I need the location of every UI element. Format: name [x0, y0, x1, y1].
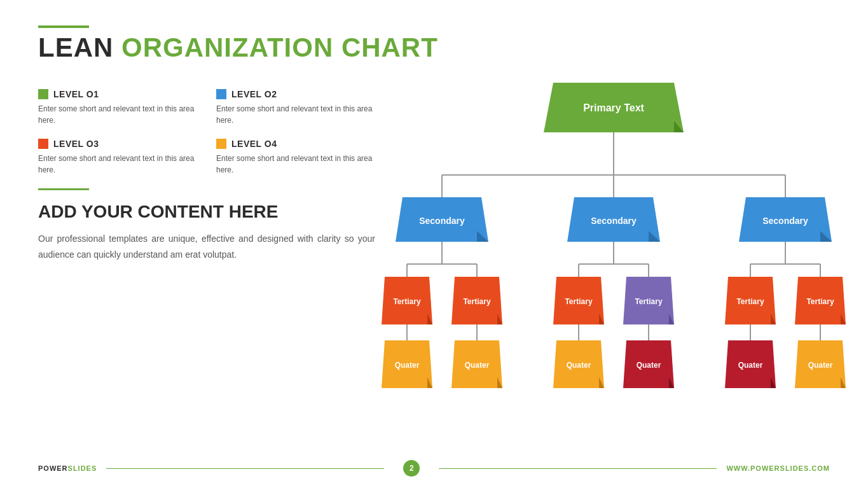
svg-text:Quater: Quater [738, 361, 763, 370]
title-lean: LEAN [38, 32, 113, 62]
legend-title-level02: LEVEL O2 [216, 89, 375, 99]
tertiary-node-4: Tertiary [623, 277, 674, 324]
tertiary-node-1: Tertiary [382, 277, 432, 324]
legend-title-level03: LEVEL O3 [38, 139, 197, 149]
legend-color-level02 [216, 89, 226, 99]
svg-text:Tertiary: Tertiary [565, 297, 592, 306]
svg-text:Tertiary: Tertiary [806, 297, 834, 306]
legend-color-level04 [216, 139, 226, 149]
legend-item-level02: LEVEL O2 Enter some short and relevant t… [216, 89, 375, 126]
svg-text:Secondary: Secondary [591, 216, 637, 226]
tertiary-node-3: Tertiary [553, 277, 604, 324]
title-bar: LEAN ORGANIZATION CHART [38, 25, 830, 62]
svg-text:Quater: Quater [637, 361, 661, 370]
chart-area: Primary Text Secondary Secondary Seconda… [382, 70, 846, 407]
footer-brand: POWERSLIDES [38, 464, 97, 472]
legend-grid: LEVEL O1 Enter some short and relevant t… [38, 89, 375, 176]
title-accent-line [38, 25, 89, 28]
primary-node: Primary Text [544, 83, 684, 132]
tertiary-node-5: Tertiary [725, 277, 776, 324]
main-title: LEAN ORGANIZATION CHART [38, 33, 830, 62]
quater-node-2: Quater [451, 340, 502, 388]
svg-text:Secondary: Secondary [419, 216, 465, 226]
secondary-node-3: Secondary [739, 197, 832, 242]
svg-text:Tertiary: Tertiary [635, 297, 662, 306]
legend-title-level01: LEVEL O1 [38, 89, 197, 99]
svg-text:Quater: Quater [465, 361, 490, 370]
quater-node-6: Quater [795, 340, 846, 388]
secondary-node-1: Secondary [396, 197, 488, 242]
legend-color-level01 [38, 89, 48, 99]
footer-brand-power: POWER [38, 464, 68, 472]
content-heading: ADD YOUR CONTENT HERE [38, 202, 375, 222]
svg-text:Quater: Quater [567, 361, 591, 370]
legend-text-level02: Enter some short and relevant text in th… [216, 103, 375, 126]
svg-text:Tertiary: Tertiary [736, 297, 764, 306]
legend-color-level03 [38, 139, 48, 149]
divider-line [38, 188, 89, 190]
svg-text:Quater: Quater [395, 361, 420, 370]
tertiary-node-2: Tertiary [451, 277, 502, 324]
footer-page-number: 2 [403, 460, 420, 477]
footer-line-left [106, 468, 384, 469]
quater-node-3: Quater [553, 340, 604, 388]
footer-website: WWW.POWERSLIDES.COM [726, 464, 830, 472]
footer: POWERSLIDES 2 WWW.POWERSLIDES.COM [0, 460, 868, 477]
title-org-chart: ORGANIZATION CHART [121, 32, 438, 62]
svg-text:Tertiary: Tertiary [393, 297, 420, 306]
quater-node-4: Quater [623, 340, 674, 388]
legend-item-level04: LEVEL O4 Enter some short and relevant t… [216, 139, 375, 176]
tertiary-node-6: Tertiary [795, 277, 846, 324]
content-text: Our professional templates are unique, e… [38, 231, 375, 263]
org-chart-svg: Primary Text Secondary Secondary Seconda… [382, 70, 846, 407]
quater-node-1: Quater [382, 340, 432, 388]
svg-text:Primary Text: Primary Text [583, 102, 644, 113]
legend-text-level01: Enter some short and relevant text in th… [38, 103, 197, 126]
svg-text:Quater: Quater [808, 361, 833, 370]
left-panel: LEVEL O1 Enter some short and relevant t… [38, 89, 375, 263]
quater-node-5: Quater [725, 340, 776, 388]
slide: LEAN ORGANIZATION CHART LEVEL O1 Enter s… [0, 0, 868, 488]
legend-text-level04: Enter some short and relevant text in th… [216, 153, 375, 176]
svg-text:Secondary: Secondary [762, 216, 808, 226]
footer-brand-slides: SLIDES [68, 464, 97, 472]
legend-item-level03: LEVEL O3 Enter some short and relevant t… [38, 139, 197, 176]
footer-line-right [439, 468, 717, 469]
secondary-node-2: Secondary [567, 197, 660, 242]
legend-item-level01: LEVEL O1 Enter some short and relevant t… [38, 89, 197, 126]
legend-title-level04: LEVEL O4 [216, 139, 375, 149]
legend-text-level03: Enter some short and relevant text in th… [38, 153, 197, 176]
svg-text:Tertiary: Tertiary [463, 297, 490, 306]
